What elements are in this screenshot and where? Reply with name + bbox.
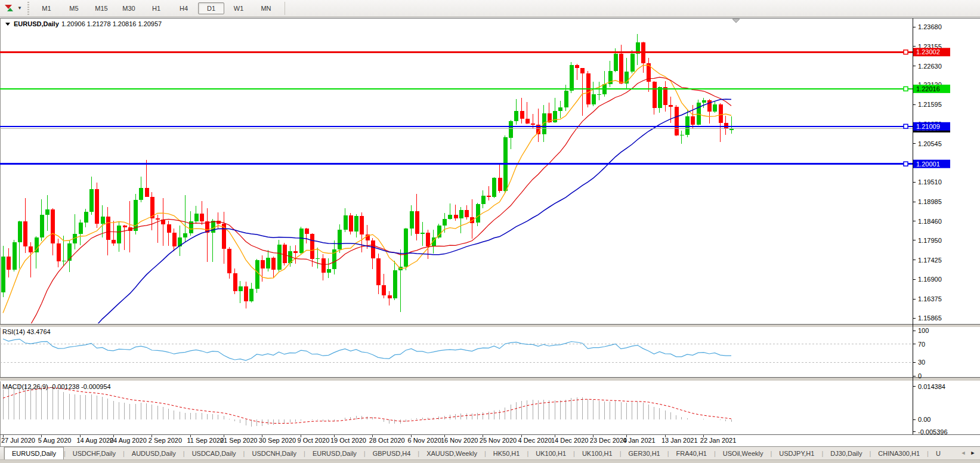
chart-tab-audusd-daily[interactable]: AUDUSD,Daily	[125, 448, 183, 459]
chart-tab-usdjpy-h1[interactable]: USDJPY,H1	[772, 448, 821, 459]
price-tick-label: 1.16900	[918, 276, 942, 283]
svg-text:1.21009: 1.21009	[916, 123, 940, 130]
date-tick-label: 4 Jan 2021	[623, 437, 655, 444]
chart-tab-usoil-weekly[interactable]: USOil,Weekly	[716, 448, 771, 459]
price-tick-label: 1.20545	[918, 140, 942, 147]
price-tick-label: 1.21595	[918, 101, 942, 108]
price-tick-label: 1.22630	[918, 63, 942, 70]
date-tick-label: 16 Nov 2020	[441, 437, 478, 444]
date-tick-label: 13 Jan 2021	[661, 437, 698, 444]
date-tick-label: 23 Dec 2020	[590, 437, 627, 444]
chart-tab-ger30-h1[interactable]: GER30,H1	[622, 448, 667, 459]
chart-tab-uk100-h1[interactable]: UK100,H1	[575, 448, 620, 459]
svg-text:1.22016: 1.22016	[916, 85, 940, 92]
timeframe-button-m15[interactable]: M15	[88, 2, 115, 14]
chart-tab-dj30-daily[interactable]: DJ30,Daily	[823, 448, 869, 459]
timeframe-buttons: M1M5M15M30H1H4D1W1MN	[33, 2, 280, 14]
date-tick-label: 30 Sep 2020	[259, 437, 296, 444]
tabs-scroll-right-button[interactable]: ►	[968, 449, 978, 458]
chart-tab-eurusd-daily[interactable]: EURUSD,Daily	[4, 447, 64, 459]
timeframe-button-h1[interactable]: H1	[143, 2, 169, 14]
chart-background	[0, 0, 980, 463]
tab-scroll-buttons: ◄►	[959, 447, 980, 459]
date-tick-label: 14 Dec 2020	[551, 437, 588, 444]
date-tick-label: 22 Jan 2021	[700, 437, 737, 444]
price-tick-label: 1.23680	[918, 23, 942, 30]
date-tick-label: 24 Aug 2020	[110, 437, 147, 444]
hline-handle[interactable]	[904, 50, 908, 54]
date-tick-label: 5 Aug 2020	[38, 437, 72, 444]
rsi-tick-label: 30	[918, 359, 925, 366]
price-tick-label: 1.15865	[918, 314, 942, 322]
chart-tab-china300-h1[interactable]: CHINA300,H1	[871, 448, 927, 459]
hline-handle[interactable]	[904, 162, 908, 166]
chart-title: EURUSD,Daily1.20906 1.21278 1.20816 1.20…	[5, 20, 162, 27]
timeframe-button-mn[interactable]: MN	[253, 2, 279, 14]
mt4-window: RSI(14) 43.4764MACD(12,26,9) -0.001238 -…	[0, 0, 980, 463]
timeframe-button-m5[interactable]: M5	[61, 2, 87, 14]
rsi-tick-label: 100	[918, 327, 929, 334]
macd-tick-label: 0.00	[918, 416, 930, 423]
price-tick-label: 1.17425	[918, 257, 942, 264]
date-tick-label: 21 Sep 2020	[220, 437, 257, 444]
chart-tab-uk100-h1[interactable]: UK100,H1	[528, 448, 573, 459]
svg-text:EURUSD,Daily: EURUSD,Daily	[14, 20, 60, 27]
price-tick-label: 1.18985	[918, 198, 942, 205]
date-tick-label: 14 Aug 2020	[77, 437, 114, 444]
chart-switch-icon[interactable]	[4, 3, 16, 14]
macd-tick-label: 0.014384	[918, 383, 945, 390]
price-chart[interactable]: RSI(14) 43.4764MACD(12,26,9) -0.001238 -…	[0, 0, 980, 463]
price-tick-label: 1.18460	[918, 218, 942, 225]
macd-tick-label: -0.005396	[918, 428, 948, 436]
status-strip	[0, 459, 980, 463]
green-arrow-glyph	[7, 8, 13, 11]
price-tick-label: 1.16375	[918, 295, 942, 303]
chart-tab-xauusd-weekly[interactable]: XAUUSD,Weekly	[419, 448, 484, 459]
date-tick-label: 11 Sep 2020	[187, 437, 224, 444]
chart-tab-gbpusd-h4[interactable]: GBPUSD,H4	[366, 448, 418, 459]
chart-tab-eurusd-daily[interactable]: EURUSD,Daily	[305, 448, 364, 459]
timeframe-button-w1[interactable]: W1	[225, 2, 252, 14]
date-tick-label: 6 Nov 2020	[408, 437, 441, 444]
timeframe-button-d1[interactable]: D1	[198, 2, 224, 14]
hline-handle[interactable]	[904, 87, 908, 91]
svg-text:1.20001: 1.20001	[916, 160, 940, 168]
chart-tab-usdcad-daily[interactable]: USDCAD,Daily	[185, 448, 243, 459]
date-tick-label: 27 Jul 2020	[1, 437, 35, 444]
time-axis[interactable]: 27 Jul 20205 Aug 202014 Aug 202024 Aug 2…	[1, 435, 736, 444]
date-tick-label: 25 Nov 2020	[480, 437, 517, 444]
timeframe-button-h4[interactable]: H4	[171, 2, 197, 14]
date-tick-label: 2 Sep 2020	[149, 437, 182, 444]
date-tick-label: 19 Oct 2020	[330, 437, 366, 444]
rsi-tick-label: 0	[918, 372, 922, 379]
chart-tab-fra40-h1[interactable]: FRA40,H1	[669, 448, 714, 459]
toolbar-drag-handle[interactable]	[26, 2, 30, 15]
hline-handle[interactable]	[904, 124, 908, 128]
timeframe-button-m1[interactable]: M1	[33, 2, 60, 14]
chart-tab-hk50-h1[interactable]: HK50,H1	[486, 448, 527, 459]
date-tick-label: 9 Oct 2020	[298, 437, 330, 444]
timeframe-button-m30[interactable]: M30	[116, 2, 142, 14]
svg-text:1.23002: 1.23002	[916, 48, 940, 55]
svg-text:1.20906 1.21278 1.20816 1.2095: 1.20906 1.21278 1.20816 1.20957	[61, 20, 162, 27]
chart-tab-u[interactable]: U	[929, 448, 948, 459]
macd-label: MACD(12,26,9) -0.001238 -0.000954	[2, 383, 111, 390]
rsi-label: RSI(14) 43.4764	[2, 328, 51, 335]
price-tick-label: 1.19510	[918, 178, 942, 186]
toolbar-divider	[285, 2, 285, 15]
rsi-tick-label: 70	[918, 341, 925, 348]
chart-tab-bar: EURUSD,Daily|USDCHF,Daily|AUDUSD,Daily|U…	[0, 446, 980, 459]
chart-tab-usdcnh-daily[interactable]: USDCNH,Daily	[245, 448, 304, 459]
price-tick-label: 1.17950	[918, 237, 942, 244]
chevron-down-icon[interactable]: ▼	[16, 3, 24, 14]
chart-tab-usdchf-daily[interactable]: USDCHF,Daily	[66, 448, 123, 459]
tabs-scroll-left-button[interactable]: ◄	[959, 449, 968, 458]
toolbar: ▼ M1M5M15M30H1H4D1W1MN	[0, 0, 980, 17]
date-tick-label: 28 Oct 2020	[369, 437, 405, 444]
tabbar-grip	[0, 447, 4, 459]
date-tick-label: 4 Dec 2020	[518, 437, 552, 444]
